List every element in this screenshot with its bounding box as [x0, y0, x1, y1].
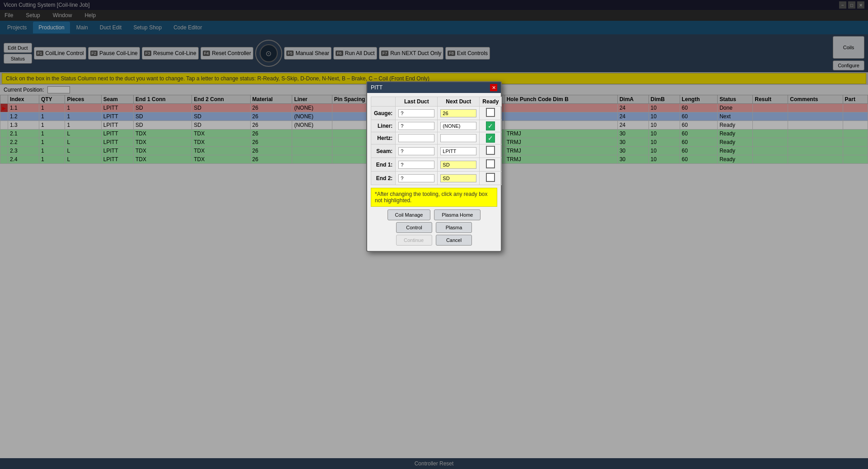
dialog-close-button[interactable]: ✕ — [490, 84, 497, 91]
dialog-col-ready: Ready — [480, 97, 502, 107]
pitt-dialog: PITT ✕ Last Duct Next Duct Ready Gauge:L… — [366, 81, 502, 252]
dialog-row: Hertz:✓ — [371, 132, 502, 144]
dialog-next-input[interactable] — [440, 174, 476, 182]
dialog-overlay: PITT ✕ Last Duct Next Duct Ready Gauge:L… — [0, 0, 868, 469]
dialog-ready-cell[interactable] — [480, 158, 502, 172]
dialog-last-cell — [396, 107, 438, 120]
coil-manage-button[interactable]: Coil Manage — [387, 209, 431, 220]
dialog-row: End 2: — [371, 172, 502, 185]
dialog-next-cell — [438, 158, 480, 172]
dialog-last-cell — [396, 144, 438, 158]
dialog-ready-cell[interactable] — [480, 107, 502, 120]
dialog-row: Liner:✓ — [371, 120, 502, 132]
dialog-col-last: Last Duct — [396, 97, 438, 107]
dialog-last-input[interactable] — [398, 122, 434, 130]
dialog-table: Last Duct Next Duct Ready Gauge:Liner:✓H… — [371, 97, 502, 185]
dialog-btn-row-3: Continue Cancel — [371, 235, 497, 246]
dialog-ready-cell[interactable]: ✓ — [480, 120, 502, 132]
dialog-row: Seam: — [371, 144, 502, 158]
dialog-next-input[interactable] — [440, 147, 476, 155]
checkbox-empty[interactable] — [486, 146, 495, 155]
dialog-next-cell — [438, 144, 480, 158]
plasma-home-button[interactable]: Plasma Home — [434, 209, 481, 220]
dialog-row-label: End 1: — [371, 158, 396, 172]
dialog-next-cell — [438, 132, 480, 144]
dialog-row-label: Seam: — [371, 144, 396, 158]
dialog-table-body: Gauge:Liner:✓Hertz:✓Seam:End 1:End 2: — [371, 107, 502, 185]
dialog-row-label: Gauge: — [371, 107, 396, 120]
checkbox-empty[interactable] — [486, 108, 495, 117]
dialog-col-label — [371, 97, 396, 107]
plasma-button[interactable]: Plasma — [436, 222, 472, 233]
control-button[interactable]: Control — [396, 222, 432, 233]
dialog-last-cell — [396, 158, 438, 172]
dialog-last-input[interactable] — [398, 134, 434, 142]
checkbox-checked[interactable]: ✓ — [486, 121, 495, 130]
dialog-next-input[interactable] — [440, 134, 476, 142]
dialog-next-cell — [438, 107, 480, 120]
dialog-btn-row-1: Coil Manage Plasma Home — [371, 209, 497, 220]
dialog-btn-row-2: Control Plasma — [371, 222, 497, 233]
dialog-next-input[interactable] — [440, 161, 476, 169]
dialog-next-cell — [438, 120, 480, 132]
checkbox-empty[interactable] — [486, 159, 495, 168]
dialog-row-label: End 2: — [371, 172, 396, 185]
continue-button: Continue — [396, 235, 432, 246]
dialog-ready-cell[interactable]: ✓ — [480, 132, 502, 144]
checkbox-empty[interactable] — [486, 173, 495, 182]
dialog-title: PITT — [371, 84, 383, 91]
dialog-titlebar: PITT ✕ — [367, 82, 501, 93]
dialog-col-next: Next Duct — [438, 97, 480, 107]
dialog-last-cell — [396, 132, 438, 144]
dialog-warning: *After changing the tooling, click any r… — [371, 188, 497, 207]
dialog-row: End 1: — [371, 158, 502, 172]
dialog-ready-cell[interactable] — [480, 172, 502, 185]
dialog-body: Last Duct Next Duct Ready Gauge:Liner:✓H… — [367, 93, 501, 251]
dialog-last-input[interactable] — [398, 147, 434, 155]
dialog-ready-cell[interactable] — [480, 144, 502, 158]
dialog-row: Gauge: — [371, 107, 502, 120]
dialog-warning-text: *After changing the tooling, click any r… — [375, 191, 487, 204]
dialog-next-cell — [438, 172, 480, 185]
dialog-last-cell — [396, 172, 438, 185]
dialog-last-input[interactable] — [398, 174, 434, 182]
dialog-row-label: Liner: — [371, 120, 396, 132]
checkbox-checked[interactable]: ✓ — [486, 134, 495, 143]
cancel-button[interactable]: Cancel — [436, 235, 472, 246]
dialog-last-cell — [396, 120, 438, 132]
dialog-last-input[interactable] — [398, 161, 434, 169]
dialog-next-input[interactable] — [440, 122, 476, 130]
dialog-next-input[interactable] — [440, 109, 476, 117]
dialog-last-input[interactable] — [398, 109, 434, 117]
dialog-header-row: Last Duct Next Duct Ready — [371, 97, 502, 107]
dialog-row-label: Hertz: — [371, 132, 396, 144]
